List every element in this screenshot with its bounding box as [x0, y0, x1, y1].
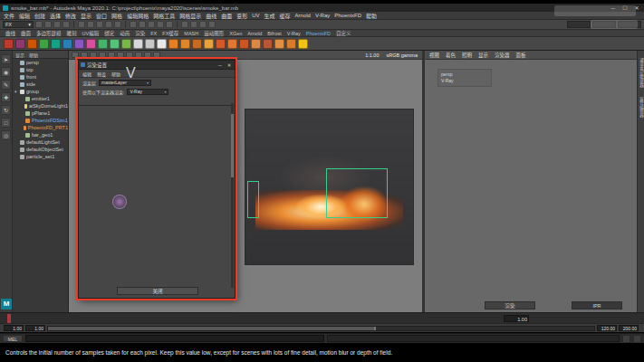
shelf-tool-icon[interactable] — [192, 39, 202, 49]
status-icon[interactable] — [35, 21, 43, 28]
shelf-tool-icon[interactable] — [145, 39, 155, 49]
render-view-tool-icon[interactable] — [90, 52, 97, 58]
dialog-close-button[interactable]: 关闭 — [117, 287, 198, 295]
viewport-button[interactable]: IPR — [572, 301, 622, 310]
shelf-tool-icon[interactable] — [15, 39, 25, 49]
menu-item[interactable]: 网格 — [111, 12, 122, 20]
status-icon[interactable] — [87, 21, 94, 28]
playback-end-field[interactable]: 120.00 — [597, 325, 617, 331]
menu-item[interactable]: UV — [252, 13, 259, 18]
sidebar-tab[interactable]: 通道盒/层编辑器 — [639, 58, 644, 88]
shelf-tool-icon[interactable] — [121, 39, 131, 49]
shelf-tool-icon[interactable] — [239, 39, 249, 49]
outliner-item[interactable]: top — [13, 66, 68, 73]
shelf-tool-icon[interactable] — [98, 39, 108, 49]
outliner-item[interactable]: aiSkyDomeLight1 — [13, 102, 68, 110]
render-view-tool-icon[interactable] — [135, 52, 142, 58]
status-icon[interactable] — [148, 21, 155, 28]
outliner-menu[interactable]: 显示 — [15, 52, 24, 58]
sidebar-tab[interactable]: 属性编辑器 — [639, 97, 644, 118]
outliner-item[interactable]: PhoenixFD_PRT1 — [13, 124, 68, 131]
animation-end-field[interactable]: 200.00 — [619, 325, 639, 331]
outliner-menu[interactable]: 帮助 — [29, 52, 38, 58]
menu-item[interactable]: 文件 — [4, 12, 14, 20]
current-frame-field[interactable]: 1.00 — [504, 315, 529, 322]
playback-start-field[interactable]: 1.00 — [25, 325, 45, 331]
dialog-menu-item[interactable]: 帮助 — [111, 71, 120, 77]
close-icon[interactable]: ✕ — [632, 5, 641, 11]
status-icon[interactable] — [96, 21, 103, 28]
viewport-menu-item[interactable]: 渲染器 — [495, 52, 510, 59]
render-view-display-label[interactable]: sRGB gamma — [386, 52, 418, 58]
menu-item[interactable]: 窗口 — [96, 12, 107, 20]
shelf-tool-icon[interactable] — [27, 39, 37, 49]
outliner-item[interactable]: particle_set1 — [13, 153, 68, 160]
viewport-menu-item[interactable]: 照明 — [462, 52, 472, 59]
status-icon[interactable] — [130, 21, 137, 28]
scrollbar-thumb[interactable] — [231, 114, 234, 177]
shelf-tool-icon[interactable] — [251, 39, 261, 49]
lasso-tool-icon[interactable]: ◉ — [1, 67, 11, 77]
menu-item[interactable]: 编辑网格 — [127, 12, 149, 20]
status-icon[interactable] — [114, 21, 121, 28]
status-icon[interactable] — [157, 21, 164, 28]
history-field[interactable] — [618, 21, 641, 28]
shelf-tab[interactable]: Bifrost — [267, 31, 282, 36]
snap-field[interactable] — [592, 21, 616, 28]
rotate-tool-icon[interactable]: ↻ — [1, 105, 11, 115]
render-region-marquee[interactable] — [326, 168, 388, 218]
shelf-tab[interactable]: XGen — [229, 31, 242, 36]
outliner-item[interactable]: defaultLightSet — [13, 138, 68, 146]
status-icon[interactable] — [105, 21, 112, 28]
menu-item[interactable]: 生成 — [264, 12, 275, 20]
outliner-item[interactable]: PhoenixFDSim1 — [13, 117, 68, 124]
shelf-tool-icon[interactable] — [157, 39, 167, 49]
dialog-title-bar[interactable]: 渲染设置 ─ ✕ — [79, 61, 235, 70]
status-icon[interactable] — [190, 21, 197, 28]
shelf-tool-icon[interactable] — [133, 39, 143, 49]
shelf-tab[interactable]: 多边形建模 — [36, 30, 62, 37]
menu-item[interactable]: 网格显示 — [179, 12, 201, 20]
shelf-tab[interactable]: PhoenixFD — [306, 31, 331, 36]
animation-start-field[interactable]: 1.00 — [4, 325, 24, 331]
dialog-minimize-icon[interactable]: ─ — [216, 62, 224, 68]
command-language-toggle[interactable]: MEL — [3, 335, 23, 342]
viewport-menu-item[interactable]: 着色 — [446, 52, 456, 59]
viewport-menu-item[interactable]: 视图 — [429, 52, 439, 59]
current-time-indicator[interactable] — [7, 314, 11, 323]
shelf-tab[interactable]: 动画 — [120, 30, 130, 37]
render-layer-dropdown[interactable]: masterLayer ▾ — [99, 80, 151, 86]
menu-item[interactable]: 创建 — [34, 12, 45, 20]
status-icon[interactable] — [44, 21, 52, 28]
menu-item[interactable]: 选择 — [50, 12, 61, 20]
scale-tool-icon[interactable]: □ — [1, 118, 11, 128]
menu-item[interactable]: 显示 — [81, 12, 91, 20]
menu-set-dropdown[interactable]: FX ▾ — [3, 21, 34, 28]
status-icon[interactable] — [53, 21, 61, 28]
render-view-tool-icon[interactable] — [108, 52, 115, 58]
menu-item[interactable]: 变形 — [236, 12, 247, 20]
shelf-tab[interactable]: MASH — [184, 31, 198, 36]
render-view-tool-icon[interactable] — [72, 52, 79, 58]
menu-item[interactable]: 帮助 — [366, 12, 377, 20]
dialog-menu-item[interactable]: 预设 — [97, 71, 106, 77]
shelf-tool-icon[interactable] — [39, 39, 49, 49]
shelf-tab[interactable]: 雕刻 — [67, 30, 77, 37]
render-view-tool-icon[interactable] — [144, 52, 151, 58]
outliner-item[interactable]: pPlane1 — [13, 110, 68, 117]
shelf-tool-icon[interactable] — [86, 39, 96, 49]
outliner-item[interactable]: side — [13, 81, 68, 88]
minimize-icon[interactable]: ─ — [609, 5, 618, 11]
shelf-tab[interactable]: FX缓存 — [162, 30, 178, 37]
shelf-tab[interactable]: 渲染 — [135, 30, 145, 37]
shelf-tool-icon[interactable] — [274, 39, 284, 49]
shelf-tab[interactable]: 绑定 — [104, 30, 114, 37]
shelf-tool-icon[interactable] — [110, 39, 120, 49]
select-tool-icon[interactable]: ➤ — [1, 54, 11, 64]
outliner-item[interactable]: emitter1 — [13, 95, 68, 102]
render-region-marquee-small[interactable] — [247, 181, 259, 218]
range-slider[interactable] — [47, 326, 595, 331]
status-icon[interactable] — [78, 21, 85, 28]
menu-item[interactable]: 缓存 — [280, 12, 291, 20]
shelf-tab[interactable]: 曲线 — [5, 30, 15, 37]
